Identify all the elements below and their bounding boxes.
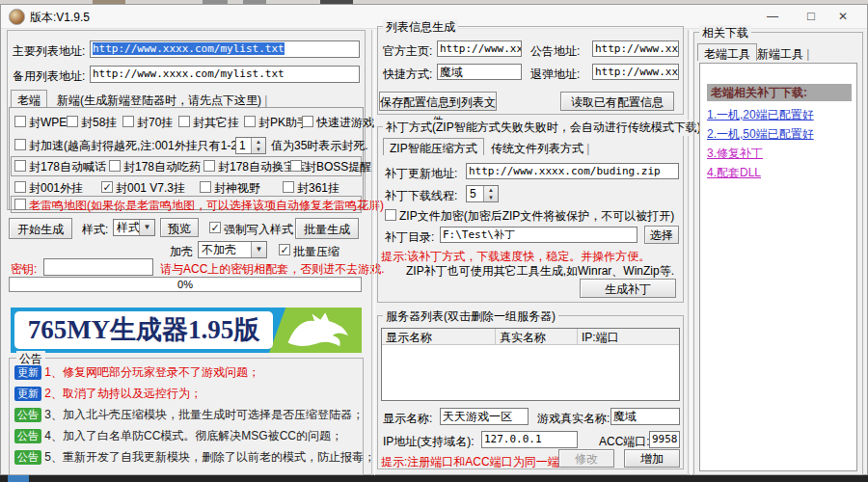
display-name-label: 显示名称: <box>383 411 432 427</box>
maximize-button[interactable]: □ <box>797 7 826 26</box>
anti-178-row: 封178自动喊话 封178自动吃药 封178自动换宝宝 封BOSS提醒 <box>1 159 366 174</box>
bounce-label: 退弹地址: <box>530 67 580 83</box>
patch-url-label: 补丁更新地址: <box>385 166 457 182</box>
download-content <box>699 63 857 471</box>
cb-001[interactable] <box>14 181 26 193</box>
cb-178-shout[interactable] <box>14 160 26 172</box>
acc-port-label: ACC端口: <box>599 434 650 450</box>
progress-text: 0% <box>177 279 193 290</box>
cb-boss-alert[interactable] <box>290 160 302 172</box>
cb-58[interactable] <box>67 116 78 127</box>
cb-pk[interactable] <box>244 116 256 127</box>
download-link[interactable]: 4.配套DLL <box>707 165 761 181</box>
key-input[interactable] <box>43 258 153 276</box>
cb-70[interactable] <box>122 116 134 127</box>
separator-middle-right <box>688 30 692 475</box>
speed-value-spinner[interactable]: 1 ▲▼ <box>235 137 266 154</box>
col-display-name[interactable]: 显示名称 <box>382 329 496 345</box>
tab-traditional-mode[interactable]: 传统文件列表方式 | <box>485 139 595 155</box>
tab-new-client[interactable]: 新端(生成新端登陆器时，请先点下这里) | <box>51 91 273 108</box>
backup-list-input[interactable]: http://www.xxxx.com/mylist.txt <box>90 66 360 83</box>
download-link[interactable]: 3.修复补丁 <box>707 146 763 162</box>
cb-001-v73[interactable]: ✓ <box>101 181 113 193</box>
banner-title-plate: 765MY生成器1.95版 <box>14 311 273 349</box>
cb-zip-encrypt[interactable] <box>385 209 396 221</box>
banner-title: 765MY生成器1.95版 <box>28 315 260 344</box>
save-config-button[interactable]: 保存配置信息到列表文件 <box>379 92 497 111</box>
notice-item: 更新 1、修复网吧部分玩家登录不了游戏问题； <box>14 364 259 381</box>
cb-other[interactable] <box>178 116 190 127</box>
batch-generate-button[interactable]: 批量生成 <box>295 218 359 239</box>
real-name-label: 游戏真实名称: <box>537 411 610 427</box>
update-badge: 更新 <box>14 387 41 401</box>
generate-patch-button[interactable]: 生成补丁 <box>580 279 676 298</box>
shell-select[interactable]: 不加壳 ▼ <box>198 241 267 258</box>
add-button[interactable]: 增加 <box>624 449 680 468</box>
col-real-name[interactable]: 真实名称 <box>496 329 578 345</box>
style-select[interactable]: 样式1 ▼ <box>113 219 155 236</box>
cb-leiming-map[interactable] <box>14 199 26 210</box>
shortcut-input[interactable]: 魔域 <box>437 64 522 80</box>
real-name-input[interactable]: 魔域 <box>610 408 680 425</box>
ip-input[interactable]: 127.0.0.1 <box>481 431 578 448</box>
announce-badge: 公告 <box>14 429 41 443</box>
minimize-button[interactable]: — <box>758 7 787 26</box>
patch-tip-black: ZIP补丁也可使用其它工具生成,如Winrar、WinZip等. <box>406 263 674 280</box>
acc-port-input[interactable]: 9958 <box>649 431 680 448</box>
main-window: 版本:V1.9.5 — □ ✕ 主要列表地址: http://www.xxxx.… <box>0 4 868 475</box>
shell-label: 加壳 <box>170 244 193 260</box>
main-list-label: 主要列表地址: <box>13 43 85 60</box>
spinner-up-down-icon[interactable]: ▲▼ <box>251 138 265 153</box>
style-label: 样式: <box>82 222 108 238</box>
main-list-input[interactable]: http://www.xxxx.com/mylist.txt <box>90 40 360 58</box>
cb-batch-compress[interactable]: ✓ <box>279 244 290 255</box>
shortcut-label: 快捷方式: <box>383 67 432 83</box>
cb-fast-enter[interactable] <box>302 116 313 127</box>
patch-url-input[interactable]: http://www.xxxx.com/buding.zip <box>466 163 679 179</box>
chevron-down-icon[interactable]: ▼ <box>251 242 266 257</box>
tab-new-tools[interactable]: 新端工具 | <box>751 44 815 61</box>
chevron-down-icon[interactable]: ▼ <box>139 220 154 235</box>
backup-list-label: 备用列表地址: <box>13 68 85 85</box>
preview-button[interactable]: 预览 <box>160 218 199 237</box>
display-name-input[interactable]: 天天游戏一区 <box>440 408 529 425</box>
server-table[interactable]: 显示名称 真实名称 IP:端口 <box>381 328 680 401</box>
download-link[interactable]: 2.一机,50端已配置好 <box>707 126 814 143</box>
leiming-row: 老雷鸣地图(如果你是老雷鸣地图，可以选择该项自动修复老雷鸣花屏) <box>1 198 366 213</box>
notice-item: 更新 2、取消了劫持以及远控行为； <box>14 386 202 402</box>
announce-badge: 公告 <box>14 408 41 422</box>
background-strip-bottom <box>0 475 868 482</box>
home-input[interactable]: http://www.xxxx.com <box>437 40 522 57</box>
notice-addr-input[interactable]: http://www.xxxx.com <box>592 40 679 57</box>
tab-divider: | <box>264 94 267 107</box>
cb-force-style[interactable]: ✓ <box>209 222 221 233</box>
cb-178-pet[interactable] <box>203 160 215 172</box>
taskbar-accent <box>8 475 29 482</box>
modify-button[interactable]: 修改 <box>558 449 614 468</box>
tab-old-tools[interactable]: 老端工具 <box>697 43 757 61</box>
thread-spinner[interactable]: 5 ▲▼ <box>466 185 499 202</box>
tab-zip-mode[interactable]: ZIP智能压缩方式 <box>383 138 484 155</box>
progress-bar: 0% <box>9 277 362 292</box>
tab-divider: | <box>586 142 589 155</box>
spinner-up-down-icon[interactable]: ▲▼ <box>483 186 498 201</box>
server-tip: 提示:注册端口和ACC端口为同一端口. <box>381 454 574 470</box>
thread-label: 补丁下载线程: <box>385 188 457 204</box>
dragon-icon <box>281 311 358 350</box>
tab-old-client[interactable]: 老端 <box>11 90 47 108</box>
choose-dir-button[interactable]: 选择 <box>644 226 679 244</box>
col-ip-port[interactable]: IP:端口 <box>578 329 679 345</box>
cb-361[interactable] <box>283 181 294 193</box>
cb-178-med[interactable] <box>109 160 121 172</box>
bounce-input[interactable]: http://www.xxxx.com <box>592 64 679 80</box>
cb-speed[interactable] <box>14 139 26 150</box>
notice-addr-label: 公告地址: <box>530 43 580 60</box>
patch-dir-input[interactable]: F:\Test\补丁 <box>440 227 637 243</box>
start-generate-button[interactable]: 开始生成 <box>9 218 72 239</box>
read-config-button[interactable]: 读取已有配置信息 <box>560 92 674 111</box>
download-header: 老端相关补丁下载: <box>707 84 852 101</box>
close-button[interactable]: ✕ <box>828 7 857 26</box>
download-link[interactable]: 1.一机,20端已配置好 <box>707 107 814 123</box>
cb-god-view[interactable] <box>200 181 211 193</box>
cb-wpe[interactable] <box>14 116 26 127</box>
